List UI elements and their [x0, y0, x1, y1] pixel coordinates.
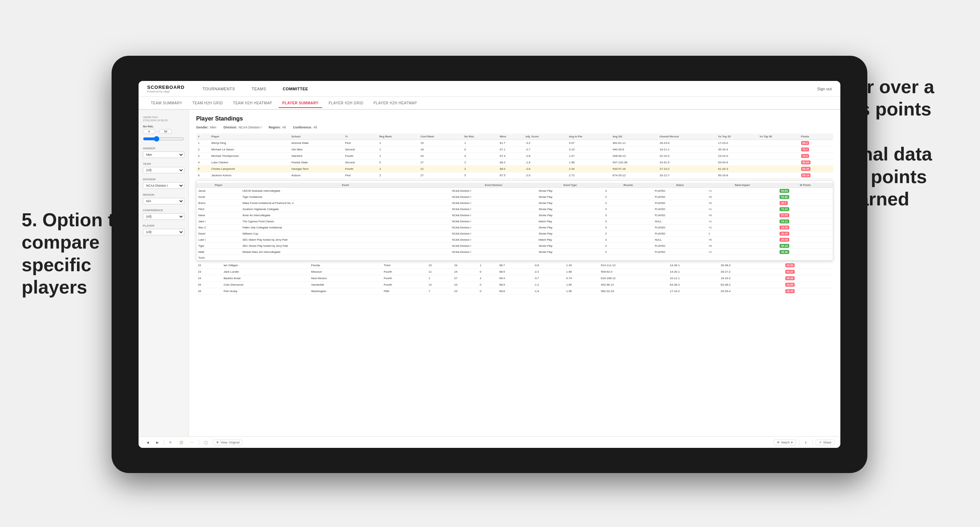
- range-row: –: [143, 129, 184, 134]
- division-select[interactable]: NCAA Division I: [143, 183, 184, 189]
- sub-nav-player-h2h-heatmap[interactable]: PLAYER H2H HEATMAP: [370, 99, 421, 107]
- points-badge-23[interactable]: 40.27: [785, 270, 795, 274]
- rank-23: 23: [196, 269, 222, 275]
- popup-rank: +1: [707, 224, 778, 230]
- popup-status: PLAYED: [653, 230, 706, 237]
- table-row: 4 Luke Clanton Florida State Second 5 27…: [196, 159, 833, 166]
- no-rds-section: No Rds. –: [143, 125, 184, 143]
- points-badge-25[interactable]: 39.95: [785, 283, 795, 287]
- player-5: Christo Lamprecht: [210, 166, 290, 172]
- toolbar-refresh[interactable]: ↻: [167, 440, 174, 445]
- toolbar-back[interactable]: ◀: [144, 440, 151, 445]
- school-2: Ole Miss: [290, 146, 343, 153]
- popup-status: PLAYED: [653, 188, 706, 194]
- popup-points-badge[interactable]: 25.98: [780, 238, 789, 242]
- sub-nav-team-h2h-heatmap[interactable]: TEAM H2H HEATMAP: [229, 99, 276, 107]
- points-badge-22[interactable]: 40.58: [785, 264, 795, 267]
- popup-type: Stroke Play: [537, 212, 603, 218]
- player-section: Player (All): [143, 224, 184, 235]
- points-badge-3[interactable]: 70.2: [801, 154, 810, 158]
- points-badge-2[interactable]: 76.3: [801, 148, 810, 151]
- popup-event: SEC Stroke Play hosted by Jerry Pate: [241, 243, 450, 249]
- popup-points-badge[interactable]: 53.60: [780, 195, 789, 199]
- sub-nav-player-h2h-grid[interactable]: PLAYER H2H GRID: [325, 99, 367, 107]
- school-26: Washington: [310, 288, 382, 295]
- points-5[interactable]: 60.49: [799, 166, 834, 172]
- yr-24: Fourth: [382, 275, 427, 282]
- popup-points-badge[interactable]: 46.40: [780, 250, 789, 254]
- points-25[interactable]: 39.95: [783, 282, 834, 288]
- popup-type: Stroke Play: [537, 206, 603, 212]
- popup-rank: +0: [707, 212, 778, 218]
- nav-committee[interactable]: COMMITTEE: [280, 85, 311, 92]
- watch-button[interactable]: 👁 Watch ▾: [773, 440, 797, 445]
- vs-top25-22: 29-38-2: [719, 262, 770, 269]
- conference-label: Conference: [143, 209, 184, 212]
- points-22[interactable]: 40.58: [783, 262, 834, 269]
- popup-points-badge[interactable]: 18.50: [780, 225, 789, 230]
- points-26[interactable]: 38.49: [783, 288, 834, 295]
- wins-25: 88.9: [497, 282, 532, 288]
- points-24[interactable]: 40.02: [783, 275, 834, 282]
- points-4[interactable]: 68.54: [799, 159, 834, 166]
- points-23[interactable]: 40.27: [783, 269, 834, 275]
- vs-top25-4: 63-54-6: [716, 159, 757, 166]
- reg-rank-22: 10: [427, 262, 452, 269]
- conf-rank-22: 24: [452, 262, 478, 269]
- points-6[interactable]: 58.18: [799, 172, 834, 179]
- sub-nav-player-summary[interactable]: PLAYER SUMMARY: [278, 99, 322, 108]
- points-badge-1[interactable]: 66.2: [801, 141, 810, 145]
- sub-nav-team-h2h-grid[interactable]: TEAM H2H GRID: [189, 99, 227, 107]
- filter-division: Division: NCAA Division I: [223, 125, 262, 129]
- nav-teams[interactable]: TEAMS: [249, 85, 269, 92]
- sub-nav-team-summary[interactable]: TEAM SUMMARY: [147, 99, 186, 107]
- rank-1: 1: [196, 140, 210, 146]
- range-max-input[interactable]: [159, 129, 172, 134]
- player-select[interactable]: (All): [143, 229, 184, 235]
- points-badge-26[interactable]: 38.49: [785, 289, 795, 293]
- th-rank: #: [196, 133, 210, 140]
- toolbar-copy[interactable]: 📋: [177, 440, 185, 445]
- points-badge-4[interactable]: 68.54: [801, 160, 811, 164]
- region-select[interactable]: N/A: [143, 198, 184, 204]
- table-row: 2 Michael La Sasso Ole Miss Second 1 18 …: [196, 146, 833, 153]
- no-rds-24: 2: [478, 275, 497, 282]
- points-2[interactable]: 76.3: [799, 146, 834, 153]
- popup-points-badge[interactable]: 24.11: [780, 219, 789, 224]
- gender-select[interactable]: Men Women: [143, 151, 184, 158]
- points-badge-5[interactable]: 60.49: [801, 167, 811, 171]
- no-rds-slider[interactable]: [143, 136, 184, 142]
- toolbar-clock[interactable]: ◯: [202, 440, 210, 445]
- conf-rank-23: 24: [452, 269, 478, 275]
- toolbar-forward[interactable]: ▶: [154, 440, 161, 445]
- avg-sg-24: 616-168-12: [599, 275, 668, 282]
- conf-rank-6: 27: [418, 172, 463, 179]
- share-button[interactable]: ↗ Share: [816, 440, 835, 445]
- points-1[interactable]: 66.2: [799, 140, 834, 146]
- conference-select[interactable]: (All): [143, 213, 184, 220]
- toolbar-download[interactable]: ⇓: [802, 440, 810, 445]
- gender-section: Gender Men Women: [143, 147, 184, 158]
- year-select[interactable]: (All): [143, 167, 184, 173]
- adj-score-6: -2.0: [523, 172, 567, 179]
- popup-division: NCAA Division I: [450, 249, 537, 255]
- avg-sg-6: 674-33-12: [611, 172, 658, 179]
- share-icon: ↗: [819, 441, 822, 444]
- sign-out[interactable]: Sign out: [817, 87, 832, 91]
- popup-points-badge[interactable]: 73.23: [780, 207, 789, 211]
- range-min-input[interactable]: [143, 129, 155, 134]
- popup-points-badge[interactable]: 30.47: [780, 232, 789, 236]
- toolbar-more[interactable]: ⋯: [188, 440, 196, 445]
- popup-points-badge[interactable]: 57.57: [780, 213, 789, 217]
- popup-points-badge[interactable]: 56.18: [780, 244, 789, 248]
- points-3[interactable]: 70.2: [799, 153, 834, 159]
- rank-2: 2: [196, 146, 210, 153]
- view-original-button[interactable]: 👁 View: Original: [213, 440, 243, 445]
- nav-tournaments[interactable]: TOURNAMENTS: [200, 85, 238, 92]
- points-badge-24[interactable]: 40.02: [785, 276, 795, 280]
- rank-5: 5: [196, 166, 210, 172]
- popup-player: Mane: [197, 212, 241, 218]
- popup-points-badge[interactable]: 62.64: [780, 189, 789, 193]
- popup-points-badge[interactable]: 40.7: [780, 201, 788, 205]
- points-badge-6[interactable]: 58.18: [801, 173, 811, 177]
